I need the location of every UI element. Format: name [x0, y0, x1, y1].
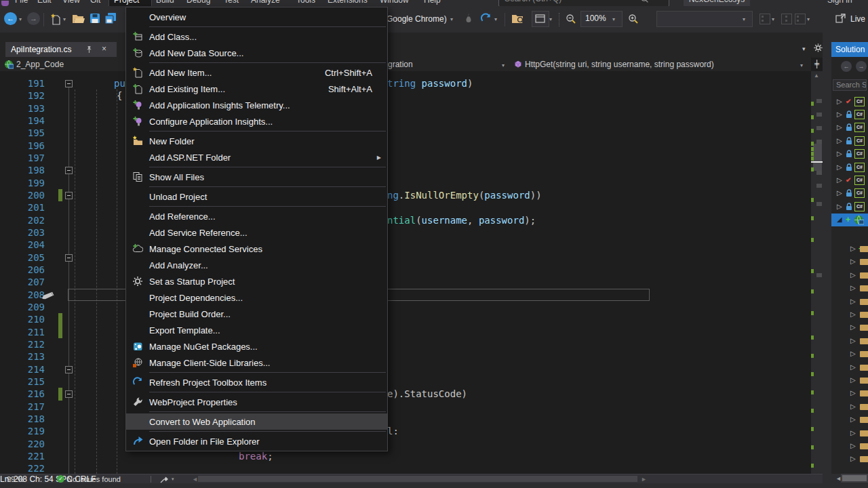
- browse-with-icon[interactable]: [511, 14, 525, 24]
- editor-option-caret-icon[interactable]: ▾: [807, 16, 810, 22]
- collapse-region-icon[interactable]: [65, 80, 73, 87]
- menubar-item-project[interactable]: Project: [114, 0, 139, 5]
- tree-row[interactable]: ▷✔C#: [831, 96, 868, 108]
- menu-item-manage-connected-services[interactable]: Manage Connected Services: [126, 241, 387, 257]
- menu-item-add-class[interactable]: Add Class...: [126, 28, 387, 45]
- editor-zoom-dropdown[interactable]: 99 %: [7, 475, 24, 483]
- tree-row[interactable]: ▷: [831, 413, 868, 426]
- collapse-arrow-icon[interactable]: ◢: [837, 216, 842, 223]
- split-window-handle[interactable]: ╪: [811, 58, 823, 71]
- navbar-type-caret-icon[interactable]: ▾: [502, 62, 505, 68]
- navigate-back-dropdown-icon[interactable]: ▾: [19, 16, 22, 22]
- expand-arrow-icon[interactable]: ▷: [850, 310, 856, 318]
- menubar-item-test[interactable]: Test: [224, 0, 239, 5]
- menu-item-convert-to-web-application[interactable]: Convert to Web Application: [126, 413, 387, 430]
- quick-search-box[interactable]: Search (Ctrl+Q): [498, 0, 669, 6]
- collapse-region-icon[interactable]: [65, 167, 73, 174]
- expand-arrow-icon[interactable]: ▷: [850, 245, 856, 252]
- menu-item-add-analyzer[interactable]: Add Analyzer...: [126, 257, 387, 273]
- tree-row[interactable]: ▷C#: [831, 187, 868, 200]
- expand-arrow-icon[interactable]: ▷: [850, 350, 856, 357]
- menu-item-project-build-order[interactable]: Project Build Order...: [126, 306, 387, 322]
- expand-arrow-icon[interactable]: ▷: [837, 189, 842, 197]
- menubar-item-file[interactable]: File: [15, 0, 28, 5]
- new-file-icon[interactable]: [50, 13, 61, 25]
- menu-item-unload-project[interactable]: Unload Project: [126, 188, 387, 205]
- expand-arrow-icon[interactable]: ▷: [850, 271, 856, 279]
- tree-row[interactable]: ▷+: [831, 243, 868, 256]
- menu-item-set-as-startup-project[interactable]: Set as Startup Project: [126, 273, 387, 289]
- menu-item-add-reference[interactable]: Add Reference...: [126, 208, 387, 224]
- tree-row[interactable]: ▷: [831, 348, 868, 361]
- expand-arrow-icon[interactable]: ▷: [850, 363, 856, 371]
- tree-row[interactable]: ▷: [831, 282, 868, 295]
- solution-badge[interactable]: NexGenEcosys: [684, 0, 750, 6]
- menu-item-manage-client-side-libraries[interactable]: Manage Client-Side Libraries...: [126, 354, 387, 371]
- expand-arrow-icon[interactable]: ▷: [850, 442, 856, 449]
- solution-search-input[interactable]: Search So: [833, 79, 867, 91]
- expand-arrow-icon[interactable]: ▷: [837, 203, 842, 210]
- menu-item-manage-nuget-packages[interactable]: Manage NuGet Packages...: [126, 338, 387, 354]
- menu-item-add-asp-net-folder[interactable]: Add ASP.NET Folder▶: [126, 149, 387, 165]
- code-editor[interactable]: 191 192 193 194 195 196 197 198 199 200 …: [0, 71, 811, 474]
- refresh-icon[interactable]: [480, 13, 492, 24]
- cursor-column-indicator[interactable]: Ch: 54: [29, 474, 53, 484]
- menubar-item-build[interactable]: Build: [156, 0, 174, 5]
- menu-item-add-existing-item[interactable]: Add Existing Item...Shift+Alt+A: [126, 81, 387, 97]
- expand-arrow-icon[interactable]: ▷: [837, 163, 842, 171]
- menu-item-add-new-item[interactable]: Add New Item...Ctrl+Shift+A: [126, 64, 387, 81]
- tree-row[interactable]: ▷: [831, 296, 868, 308]
- tree-row[interactable]: ▷C#: [831, 148, 868, 161]
- zoom-in-icon[interactable]: [628, 14, 639, 24]
- expand-arrow-icon[interactable]: ▷: [837, 176, 842, 184]
- expand-arrow-icon[interactable]: ▷: [850, 284, 856, 291]
- collapse-region-icon[interactable]: [65, 192, 73, 199]
- sign-in-button[interactable]: Sign in: [827, 0, 852, 5]
- expand-arrow-icon[interactable]: ▷: [850, 337, 856, 344]
- document-tab[interactable]: ApiIntegration.cs ×: [5, 42, 117, 57]
- tree-row-selected-project[interactable]: ◢+: [831, 214, 868, 226]
- tree-row[interactable]: ▷: [831, 401, 868, 413]
- debug-target-dropdown-icon[interactable]: ▾: [450, 16, 453, 22]
- tree-row[interactable]: ▷: [831, 308, 868, 321]
- expand-arrow-icon[interactable]: ▷: [837, 123, 842, 131]
- line-number-gutter[interactable]: 191 192 193 194 195 196 197 198 199 200 …: [0, 77, 45, 474]
- navigate-forward-button[interactable]: →: [27, 12, 40, 25]
- scroll-up-icon[interactable]: ▲: [814, 73, 819, 79]
- editor-option-icon[interactable]: [781, 14, 792, 24]
- tree-row[interactable]: ▷: [831, 269, 868, 282]
- menu-item-export-template[interactable]: Export Template...: [126, 322, 387, 338]
- debug-target-label[interactable]: Google Chrome): [387, 14, 447, 24]
- code-cleanup-broom-icon[interactable]: [160, 476, 169, 483]
- tree-row[interactable]: ▷: [831, 335, 868, 348]
- menu-item-configure-application-insights[interactable]: Configure Application Insights...: [126, 113, 387, 129]
- expand-arrow-icon[interactable]: ▷: [850, 455, 856, 462]
- menubar-item-window[interactable]: Window: [380, 0, 409, 5]
- editor-gear-icon[interactable]: [813, 43, 823, 53]
- expand-arrow-icon[interactable]: ▷: [850, 389, 856, 396]
- toolbar-combobox[interactable]: ▾: [656, 11, 753, 27]
- tree-row[interactable]: ▷: [831, 440, 868, 453]
- menubar-item-git[interactable]: Git: [90, 0, 100, 5]
- expand-arrow-icon[interactable]: ▷: [837, 98, 842, 105]
- menu-item-show-all-files[interactable]: Show All Files: [126, 169, 387, 185]
- expand-arrow-icon[interactable]: ▷: [837, 110, 842, 118]
- menu-item-refresh-project-toolbox-items[interactable]: Refresh Project Toolbox Items: [126, 374, 387, 390]
- menu-item-webproject-properties[interactable]: WebProject Properties: [126, 394, 387, 410]
- navbar-project-dropdown[interactable]: 2_App_Code: [16, 60, 64, 69]
- zoom-level-dropdown[interactable]: 100% ▾: [580, 11, 623, 27]
- health-status-label[interactable]: No issues found: [67, 475, 121, 483]
- editor-option-icon[interactable]: [760, 14, 770, 24]
- expand-arrow-icon[interactable]: ▷: [850, 298, 856, 305]
- collapse-region-icon[interactable]: [65, 254, 73, 262]
- code-cleanup-caret-icon[interactable]: ▾: [172, 476, 174, 482]
- expand-arrow-icon[interactable]: ▷: [837, 137, 842, 144]
- navbar-member-dropdown[interactable]: HttpGet(string uri, string username, str…: [525, 60, 714, 69]
- expand-arrow-icon[interactable]: ▷: [850, 429, 856, 436]
- expand-arrow-icon[interactable]: ▷: [850, 258, 856, 265]
- refresh-dropdown-icon[interactable]: ▾: [494, 16, 497, 22]
- menu-item-open-folder-in-file-explorer[interactable]: Open Folder in File Explorer: [126, 433, 387, 449]
- tree-row[interactable]: ▷C#: [831, 121, 868, 134]
- menubar-item-view[interactable]: View: [62, 0, 80, 5]
- open-folder-icon[interactable]: [72, 14, 85, 24]
